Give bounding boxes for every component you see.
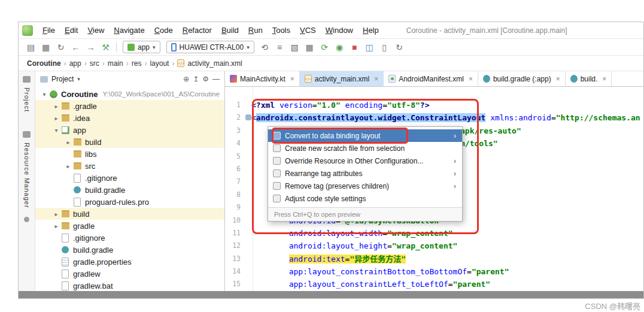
chevron-right-icon: ▸: [52, 211, 60, 217]
tree-item-proguard-rules-pro[interactable]: proguard-rules.pro: [35, 196, 224, 208]
tree-item-gradlew-bat[interactable]: gradlew.bat: [35, 280, 224, 291]
tab-androidmanifest-xml[interactable]: AndroidManifest.xml×: [384, 71, 478, 86]
tree-item-build[interactable]: ▸build: [35, 208, 224, 220]
menu-run[interactable]: Run: [244, 24, 268, 37]
folder-icon: [60, 101, 70, 111]
tree-item-gradle[interactable]: ▸.gradle: [35, 100, 224, 112]
close-icon[interactable]: ×: [290, 75, 294, 83]
inspect-icon[interactable]: ▦: [302, 41, 317, 54]
sync-project-icon[interactable]: ⟲: [257, 41, 272, 54]
run-config-selector[interactable]: app ▾: [123, 41, 160, 53]
menu-window[interactable]: Window: [321, 24, 358, 37]
chevron-right-icon: ▸: [64, 163, 72, 169]
menu-item-convert-to-data-binding-layout[interactable]: Convert to data binding layout›: [268, 129, 462, 142]
menu-help[interactable]: Help: [358, 24, 384, 37]
attach-debugger-icon[interactable]: ↻: [392, 41, 407, 54]
debug-icon[interactable]: ◉: [332, 41, 347, 54]
profiler-icon[interactable]: ▧: [287, 41, 302, 54]
code-text: app:layout_constraintLeft_toLeftOf="pare…: [247, 278, 490, 290]
tree-item-label: gradlew.bat: [73, 281, 113, 290]
menu-item-adjust-code-style-settings[interactable]: Adjust code style settings: [268, 192, 462, 205]
stop-icon[interactable]: ■: [347, 41, 362, 54]
tree-item-gradle-properties[interactable]: gradle.properties: [35, 256, 224, 268]
xml-file-icon: [177, 59, 184, 67]
close-icon[interactable]: ×: [374, 75, 378, 83]
folder-icon: [72, 137, 82, 147]
menu-item-override-resource-in-other-configuration[interactable]: Override Resource in Other Configuration…: [268, 155, 462, 167]
breadcrumb-item-coroutine[interactable]: Coroutine: [27, 59, 61, 68]
tree-item-libs[interactable]: libs: [35, 148, 224, 160]
settings-gear-icon[interactable]: ⚙: [202, 75, 209, 83]
line-number: 15: [225, 278, 247, 290]
menu-item-label: Rearrange tag attributes: [285, 169, 446, 178]
breadcrumb-item-src[interactable]: src: [90, 59, 99, 68]
line-number: 6: [225, 163, 247, 175]
menu-item-remove-tag-preserves-children[interactable]: Remove tag (preserves children)›: [268, 180, 462, 192]
breadcrumb-item-activity-main-xml[interactable]: activity_main.xml: [187, 59, 242, 68]
device-selector[interactable]: HUAWEI CTR-AL00 ▾: [166, 41, 254, 53]
close-icon[interactable]: ×: [556, 75, 560, 83]
tree-item-src[interactable]: ▸src: [35, 160, 224, 172]
menu-refactor[interactable]: Refactor: [178, 24, 217, 37]
stripe-project[interactable]: Project: [23, 87, 31, 112]
breadcrumb-item-layout[interactable]: layout: [150, 59, 169, 68]
device-label: HUAWEI CTR-AL00: [180, 43, 244, 52]
tree-item-label: .gradle: [73, 102, 97, 111]
build-variants-icon[interactable]: ≡: [272, 41, 287, 54]
chevron-down-icon[interactable]: ▾: [77, 76, 80, 82]
module-icon: [60, 125, 70, 135]
code-line: 11 android:layout_width="wrap_content": [225, 227, 643, 240]
build-hammer-icon[interactable]: ⚒: [98, 41, 113, 54]
forward-icon[interactable]: →: [83, 41, 98, 54]
tab-mainactivity-kt[interactable]: MainActivity.kt×: [225, 71, 300, 86]
sync-icon[interactable]: ↻: [53, 41, 68, 54]
menu-item-label: Create new scratch file from selection: [285, 144, 456, 153]
locate-file-icon[interactable]: ⊕: [183, 75, 189, 83]
tree-item-build[interactable]: ▸build: [35, 136, 224, 148]
breadcrumb-item-res[interactable]: res: [132, 59, 142, 68]
resource-manager-stripe-icon[interactable]: [23, 131, 31, 138]
tab-activity-main-xml[interactable]: activity_main.xml×: [300, 71, 384, 86]
back-icon[interactable]: ←: [68, 41, 83, 54]
tree-item-build-gradle[interactable]: build.gradle: [35, 184, 224, 196]
file-icon: [60, 281, 70, 290]
menu-view[interactable]: View: [83, 24, 109, 37]
breadcrumb-separator-icon: ›: [64, 59, 66, 68]
menu-vcs[interactable]: VCS: [295, 24, 321, 37]
menu-build[interactable]: Build: [217, 24, 244, 37]
device-manager-icon[interactable]: ▯: [377, 41, 392, 54]
menu-item-create-new-scratch-file-from-selection[interactable]: Create new scratch file from selection: [268, 142, 462, 155]
capture-icon[interactable]: ◫: [362, 41, 377, 54]
tree-item-gradle[interactable]: ▸gradle: [35, 220, 224, 232]
tree-item-idea[interactable]: ▸.idea: [35, 112, 224, 124]
run-icon[interactable]: ⟳: [317, 41, 332, 54]
stripe-resource-manager[interactable]: Resource Manager: [23, 143, 31, 208]
breadcrumb: Coroutine›app›src›main›res›layout›activi…: [19, 56, 643, 71]
menu-tools[interactable]: Tools: [268, 24, 295, 37]
menu-item-rearrange-tag-attributes[interactable]: Rearrange tag attributes›: [268, 167, 462, 180]
menu-navigate[interactable]: Navigate: [109, 24, 149, 37]
tab-build[interactable]: build.×: [566, 71, 612, 86]
hide-panel-icon[interactable]: —: [212, 75, 220, 83]
tree-item-gitignore[interactable]: .gitignore: [35, 232, 224, 244]
menu-edit[interactable]: Edit: [60, 24, 83, 37]
project-stripe-icon[interactable]: [23, 76, 31, 83]
tab-build-gradle-app[interactable]: build.gradle (:app)×: [478, 71, 566, 86]
open-icon[interactable]: ▤: [23, 41, 38, 54]
tree-item-build-gradle[interactable]: build.gradle: [35, 244, 224, 256]
collapse-all-icon[interactable]: ↥: [193, 75, 199, 83]
tree-item-gitignore[interactable]: .gitignore: [35, 172, 224, 184]
close-icon[interactable]: ×: [602, 75, 606, 83]
tree-item-coroutine[interactable]: ▾CoroutineY:\002_WorkSpace\001_AS\Corout…: [35, 88, 224, 100]
menu-file[interactable]: File: [38, 24, 60, 37]
tree-item-app[interactable]: ▾app: [35, 124, 224, 136]
tree-item-label: build: [85, 138, 101, 147]
breadcrumb-item-app[interactable]: app: [69, 59, 81, 68]
breadcrumb-item-main[interactable]: main: [108, 59, 123, 68]
menu-code[interactable]: Code: [150, 24, 178, 37]
line-number: 7: [225, 175, 247, 188]
close-icon[interactable]: ×: [469, 75, 473, 83]
pin-icon[interactable]: [24, 217, 29, 222]
tree-item-gradlew[interactable]: gradlew: [35, 268, 224, 280]
save-all-icon[interactable]: ▦: [38, 41, 53, 54]
